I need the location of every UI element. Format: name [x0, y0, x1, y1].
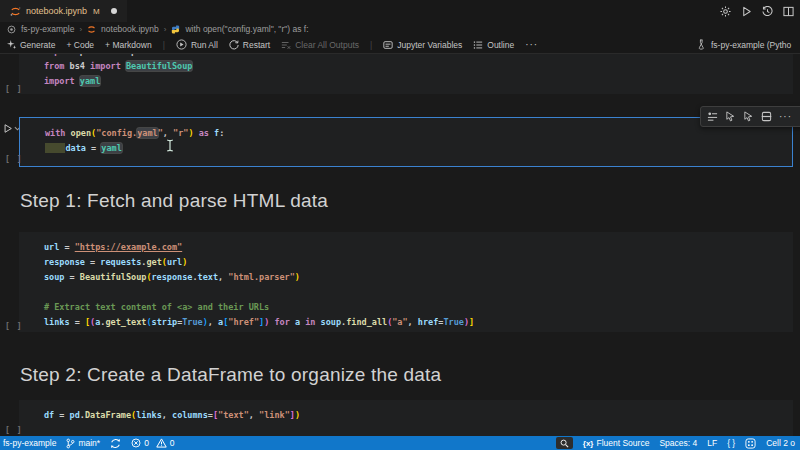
kernel-env-icon [697, 39, 707, 50]
dirty-indicator[interactable] [111, 8, 117, 14]
breadcrumb: fs-py-example › notebook.ipynb › with op… [0, 22, 800, 36]
editor-actions [720, 0, 794, 22]
jupyter-variables-button[interactable]: Jupyter Variables [383, 40, 462, 50]
status-indentation[interactable]: Spaces: 4 [659, 438, 697, 448]
clear-all-icon [281, 40, 291, 50]
settings-icon[interactable] [720, 6, 731, 17]
status-fluent-source[interactable]: {x} Fluent Source [583, 438, 650, 448]
more-actions-button[interactable]: ··· [525, 40, 538, 50]
code-line: from bs4 import BeautifulSoup [19, 59, 793, 74]
extension-grid-icon[interactable] [745, 438, 756, 449]
python-icon [171, 25, 180, 34]
magnifier-icon [560, 439, 569, 448]
variables-icon [383, 40, 393, 50]
execution-count: [ ] [5, 426, 22, 435]
run-by-line-icon[interactable] [707, 111, 718, 122]
restart-button[interactable]: Restart [229, 40, 270, 50]
add-code-button[interactable]: + Code [66, 40, 94, 50]
restart-icon [229, 40, 239, 50]
code-cell[interactable]: with open("config.yaml", "r") as f: data… [19, 117, 793, 167]
status-project[interactable]: fs-py-example [3, 438, 56, 448]
markdown-cell[interactable]: Step 2: Create a DataFrame to organize t… [20, 364, 441, 386]
code-line: response = requests.get(url) [19, 255, 793, 270]
zoom-indicator [556, 437, 573, 449]
tab-bar: notebook.ipynb M [0, 0, 800, 22]
code-cell[interactable]: df = pd.DataFrame(links, columns=["text"… [19, 400, 793, 436]
status-bar: fs-py-example main* 0 0 {x} Fluent Sourc… [0, 436, 800, 450]
execution-count: [ ] [5, 322, 22, 331]
clear-all-outputs-button[interactable]: Clear All Outputs [281, 40, 359, 50]
run-all-button[interactable]: Run All [176, 39, 218, 50]
run-above-icon[interactable] [725, 111, 736, 122]
code-line: df = pd.DataFrame(links, columns=["text"… [19, 408, 793, 423]
toolbar-separator: | [163, 40, 165, 50]
git-branch-icon [66, 438, 75, 449]
code-line: soup = BeautifulSoup(response.text, "htm… [19, 270, 793, 285]
sync-changes-button[interactable] [110, 438, 121, 449]
outline-icon [473, 40, 483, 50]
toolbar-separator: | [370, 40, 372, 50]
warning-icon [156, 438, 167, 448]
breadcrumb-symbol[interactable]: with open("config.yaml", "r") as f: [185, 24, 308, 34]
code-line: import yaml [19, 74, 793, 89]
status-cell-indicator[interactable]: Cell 2 o [766, 438, 795, 448]
split-cell-icon[interactable] [761, 111, 772, 122]
sync-icon [110, 438, 121, 449]
run-below-icon[interactable] [743, 111, 754, 122]
error-icon [131, 438, 141, 448]
chevron-right-icon: › [79, 25, 82, 34]
status-bar-right: {x} Fluent Source Spaces: 4 LF { } Cell … [556, 437, 795, 449]
execution-count: [ ] [5, 85, 22, 94]
generate-button[interactable]: Generate [7, 40, 55, 50]
status-problems[interactable]: 0 0 [131, 438, 174, 448]
kernel-picker[interactable]: fs-py-example (Pytho [697, 36, 791, 53]
breadcrumb-item-folder[interactable]: fs-py-example [21, 24, 74, 34]
jupyter-notebook-icon [10, 6, 21, 17]
status-branch[interactable]: main* [66, 438, 100, 449]
tab-title: notebook.ipynb [26, 6, 87, 16]
code-cell[interactable]: import pandas as pdfrom bs4 import Beaut… [19, 54, 793, 94]
execution-count: [ ] [5, 155, 22, 164]
fluent-braces-icon: {x} [583, 439, 594, 448]
code-line: # Extract text content of <a> and their … [19, 300, 793, 315]
text-cursor-pointer [166, 139, 174, 152]
markdown-cell[interactable]: Step 1: Fetch and parse HTML data [20, 190, 328, 212]
notebook-toolbar: Generate + Code + Markdown | Run All Res… [0, 36, 800, 54]
code-cell[interactable]: url = "https://example.com"response = re… [19, 232, 793, 332]
status-eol[interactable]: LF [707, 438, 717, 448]
code-line: links = [(a.get_text(strip=True), a["hre… [19, 315, 793, 330]
tab-notebook[interactable]: notebook.ipynb M [0, 0, 127, 22]
breadcrumb-item-file[interactable]: notebook.ipynb [101, 24, 159, 34]
code-line: data = yaml [20, 141, 792, 156]
history-icon[interactable] [762, 6, 773, 17]
run-all-icon [176, 39, 187, 50]
outline-button[interactable]: Outline [473, 40, 514, 50]
sparkle-icon [7, 40, 16, 49]
git-modified-badge: M [93, 7, 100, 16]
play-icon [3, 123, 13, 134]
notebook: ··· import pandas as pdfrom bs4 import B… [0, 54, 800, 436]
cell-toolbar: ··· [700, 106, 800, 127]
workspace-icon [7, 25, 16, 34]
more-actions-icon[interactable]: ··· [779, 112, 792, 122]
add-markdown-button[interactable]: + Markdown [105, 40, 152, 50]
chevron-right-icon: › [164, 25, 167, 34]
code-line [19, 285, 793, 300]
status-language-mode[interactable]: { } [727, 438, 735, 448]
jupyter-notebook-icon [87, 25, 96, 34]
split-editor-icon[interactable] [783, 6, 794, 17]
code-line: url = "https://example.com" [19, 240, 793, 255]
run-icon[interactable] [741, 6, 752, 17]
code-line: with open("config.yaml", "r") as f: [20, 126, 792, 141]
